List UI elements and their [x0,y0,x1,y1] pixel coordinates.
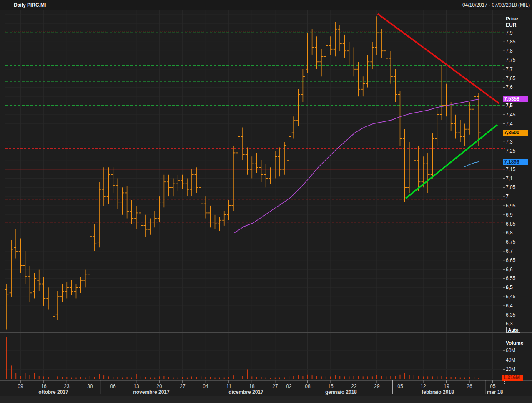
auto-scale-button[interactable]: Auto [506,327,520,333]
last-price-tag: 7,3500 [503,130,528,136]
forecast-price-tag: 7,1896 [503,159,528,165]
volume-tag: 1,316M [502,375,523,381]
price-axis-title: PriceEUR [506,16,518,28]
volume-axis-title: Volume [506,340,523,346]
ma-price-tag: 7,5358 [503,96,528,102]
auto-scale-button-volume[interactable] [504,381,521,384]
chart-canvas[interactable] [0,0,532,403]
bottom-strip [0,396,532,403]
